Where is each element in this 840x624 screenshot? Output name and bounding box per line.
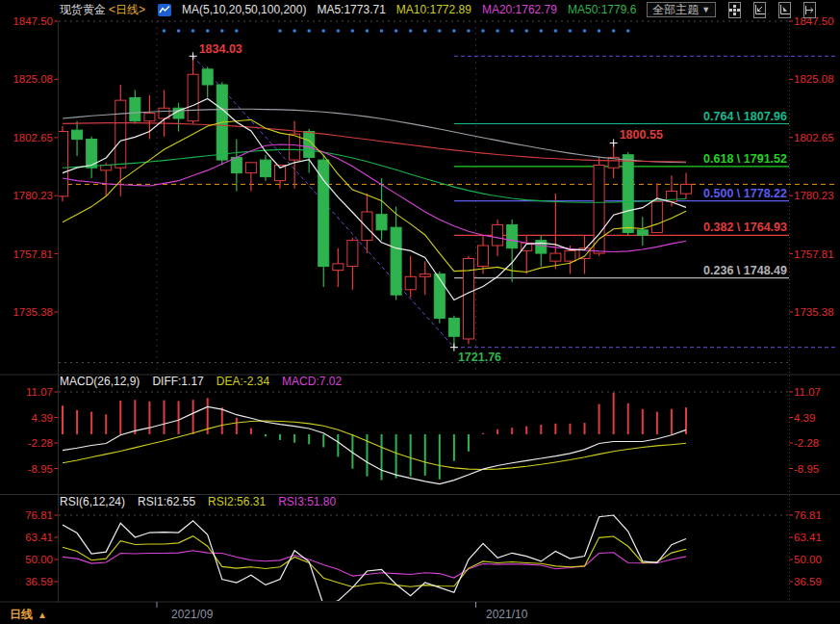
y-axis-label-right: 36.59	[794, 576, 822, 587]
rsi3-value: RSI3:51.80	[278, 495, 336, 508]
y-axis-label-right: -8.95	[794, 463, 819, 475]
candle	[318, 160, 329, 266]
rsi3-line	[63, 551, 686, 578]
candle	[478, 246, 489, 267]
rsi2-value: RSI2:56.31	[208, 495, 266, 508]
macd-header: MACD(26,12,9) DIFF:1.17 DEA:-2.34 MACD:7…	[60, 375, 342, 388]
chart-canvas[interactable]: 0.764 \ 1807.960.618 \ 1791.520.500 \ 17…	[0, 0, 840, 624]
macd-panel	[63, 393, 686, 484]
macd-title: MACD(26,12,9)	[60, 375, 140, 388]
candle	[651, 201, 662, 232]
candle	[507, 224, 518, 247]
swing-high-label: 1834.03	[199, 42, 242, 56]
rsi1-value: RSI1:62.55	[138, 495, 195, 508]
fib-label: 0.382 \ 1764.93	[703, 221, 787, 234]
secondary-high-label: 1800.55	[620, 128, 663, 142]
candle	[550, 253, 561, 261]
goto-latest-icon[interactable]	[803, 2, 816, 18]
candle	[260, 160, 270, 177]
dea-line	[63, 421, 686, 469]
fib-label: 0.236 \ 1748.49	[703, 264, 787, 277]
y-axis-label-right: 1757.81	[794, 248, 834, 260]
period-badge: <日线>	[109, 2, 145, 18]
x-axis-label-october: 2021/10	[486, 608, 527, 621]
rsi-title: RSI(6,12,24)	[60, 495, 125, 508]
macd-dea-value: DEA:-2.34	[216, 375, 269, 388]
header-bar: 现货黄金 <日线> MA(5,10,20,50,100,200) MA5:177…	[0, 0, 840, 19]
candlestick-series	[58, 56, 692, 347]
candle	[188, 74, 198, 120]
y-axis-label-right: 1780.23	[794, 190, 834, 201]
candle	[434, 274, 445, 319]
moving-averages	[63, 99, 686, 300]
candle	[405, 276, 416, 289]
y-axis-label-left: -2.28	[28, 437, 53, 449]
candle	[623, 155, 633, 233]
rsi2-line	[63, 536, 686, 587]
candle	[391, 227, 401, 295]
y-axis-label-left: 11.07	[26, 386, 53, 398]
ma50-line	[63, 149, 686, 202]
y-axis-label-left: 63.41	[25, 532, 53, 543]
candle	[115, 100, 126, 168]
ma20-value: MA20:1762.79	[482, 3, 557, 16]
candle	[362, 212, 372, 241]
candle	[420, 274, 430, 277]
rsi-panel	[63, 515, 686, 605]
ma5-value: MA5:1773.71	[317, 3, 385, 16]
y-axis-label-right: 50.00	[794, 554, 822, 565]
timeframe-label: 日线	[10, 607, 33, 623]
chevron-down-icon: ▼	[701, 3, 710, 16]
fib-label: 0.618 \ 1791.52	[703, 152, 787, 166]
ma10-line	[63, 119, 686, 272]
ma10-value: MA10:1772.89	[396, 3, 471, 16]
zoom-in-icon[interactable]	[778, 2, 791, 18]
y-axis-label-right: 1735.38	[794, 306, 834, 318]
candle	[448, 318, 459, 336]
ma50-value: MA50:1779.6	[568, 3, 636, 16]
candle	[637, 230, 648, 235]
zoom-out-icon[interactable]	[753, 2, 766, 18]
candle	[594, 165, 604, 253]
candle	[376, 215, 387, 230]
rsi1-line	[63, 515, 686, 605]
ma200-line	[63, 109, 686, 162]
price-markers: 1834.031800.551721.76	[190, 42, 663, 363]
y-axis-label-left: 50.00	[25, 554, 53, 565]
theme-selector-button[interactable]: 全部主题 ▼	[647, 2, 716, 17]
pan-icon[interactable]	[728, 2, 741, 18]
y-axis-label-left: 1802.65	[13, 132, 53, 143]
y-axis-label-right: 1802.65	[794, 132, 834, 143]
y-axis-label-left: 1735.38	[13, 306, 53, 318]
symbol-title: 现货黄金	[60, 2, 106, 18]
line-chart-icon	[158, 4, 171, 16]
candle	[565, 250, 575, 261]
y-axis-label-left: 36.59	[25, 576, 53, 587]
candle	[245, 163, 256, 173]
y-axis-label-right: 11.07	[794, 386, 821, 398]
y-axis-label-left: 76.81	[25, 509, 53, 521]
candle	[493, 224, 503, 246]
candle	[72, 130, 83, 139]
timeframe-selector[interactable]: 日线 ▲	[10, 607, 47, 623]
y-axis-label-left: 1780.23	[13, 190, 53, 201]
candle	[536, 241, 547, 253]
fib-anchor-lines	[193, 56, 835, 347]
crosshair-marker	[610, 139, 618, 146]
candle	[290, 134, 300, 160]
y-axis-label-left: -8.95	[28, 463, 53, 475]
triangle-up-icon: ▲	[38, 610, 47, 620]
fib-label: 0.500 \ 1778.22	[703, 187, 787, 200]
signal-dots	[163, 29, 630, 33]
x-axis-label-september: 2021/09	[171, 608, 213, 621]
candle	[144, 114, 155, 121]
y-axis-label-right: 1825.08	[794, 73, 834, 85]
candle	[681, 184, 692, 194]
rsi-header: RSI(6,12,24) RSI1:62.55 RSI2:56.31 RSI3:…	[60, 495, 336, 508]
ma-group-label: MA(5,10,20,50,100,200)	[182, 3, 306, 16]
macd-diff-value: DIFF:1.17	[152, 375, 203, 388]
theme-selector-label: 全部主题	[652, 3, 699, 16]
candle	[347, 241, 358, 267]
swing-low-label: 1721.76	[458, 351, 501, 364]
y-axis-label-right: -2.28	[794, 437, 819, 449]
